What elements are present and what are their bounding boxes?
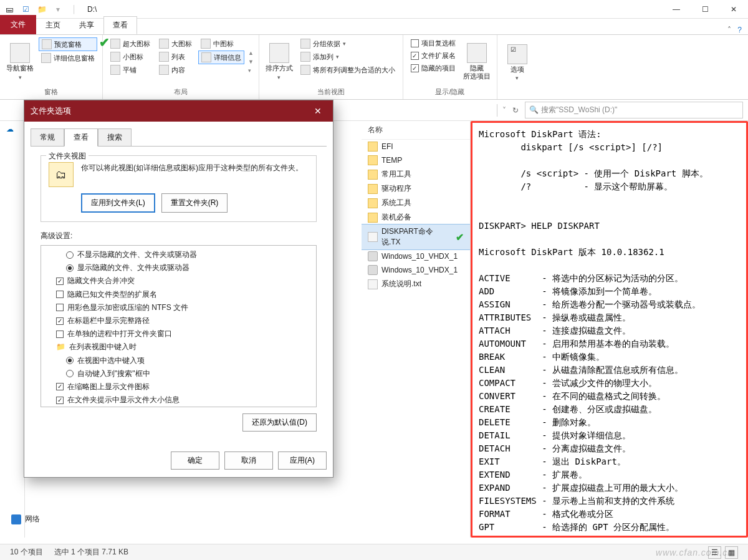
tab-home[interactable]: 主页 (36, 16, 70, 34)
layout-list-button[interactable]: 列表 (156, 51, 194, 63)
file-item[interactable]: 系统工具 (362, 196, 470, 210)
file-item[interactable]: Windows_10_VHDX_1 (362, 263, 470, 277)
file-item[interactable]: 常用工具 (362, 167, 470, 181)
fitcols-button[interactable]: 将所有列调整为合适的大小 (298, 64, 398, 76)
chevron-down-icon: ▾ (515, 75, 519, 81)
cancel-button[interactable]: 取消 (224, 451, 273, 470)
status-bar: 10 个项目 选中 1 个项目 7.71 KB ☰ ▦ (0, 544, 748, 560)
addcol-button[interactable]: 添加列▾ (298, 51, 398, 63)
ok-button[interactable]: 确定 (171, 451, 219, 470)
file-item[interactable]: Windows_10_VHDX_1 (362, 249, 470, 263)
layout-expand-icon[interactable]: ▾ (248, 67, 254, 74)
folder-views-desc: 你可以将此视图(如详细信息或图标)应用于这种类型的所有文件夹。 (81, 162, 309, 173)
tree-node[interactable]: 在预览窗格中显示预览控件✔ (45, 407, 312, 407)
tree-node[interactable]: 在单独的进程中打开文件夹窗口 (45, 327, 312, 340)
apply-to-folders-button[interactable]: 应用到文件夹(L) (81, 193, 155, 213)
advanced-tree[interactable]: 不显示隐藏的文件、文件夹或驱动器显示隐藏的文件、文件夹或驱动器隐藏文件夹合并冲突… (41, 245, 317, 407)
tab-view[interactable]: 查看 (103, 16, 137, 34)
folder-icon (368, 155, 378, 165)
refresh-button[interactable]: ↻ (509, 106, 522, 115)
checkbox-icon (56, 397, 64, 404)
layout-tiles-button[interactable]: 平铺 (108, 64, 153, 76)
layout-l-button[interactable]: 大图标 (156, 37, 194, 50)
layout-m-button[interactable]: 中图标 (198, 37, 244, 50)
dropdown-icon[interactable]: ˅ (502, 106, 506, 115)
onedrive-icon[interactable]: ☁ (6, 125, 19, 137)
tree-node[interactable]: 隐藏已知文件类型的扩展名 (45, 288, 312, 301)
tree-node[interactable]: 隐藏文件夹合并冲突 (45, 274, 312, 287)
status-selection: 选中 1 个项目 7.71 KB (54, 547, 128, 558)
nav-pane-button[interactable]: 导航窗格 ▾ (5, 37, 35, 86)
layout-details-button[interactable]: 详细信息 (198, 51, 244, 64)
checkbox-icon[interactable]: ☑ (20, 4, 31, 15)
scroll-down-icon[interactable]: ▼ (248, 59, 254, 65)
tree-label: 在标题栏中显示完整路径 (67, 315, 150, 327)
ribbon-group-panes: 导航窗格 ▾ 预览窗格 ✔ 详细信息窗格 窗格 (0, 35, 103, 99)
tree-node[interactable]: 显示隐藏的文件、文件夹或驱动器 (45, 261, 312, 274)
groupby-button[interactable]: 分组依据▾ (298, 37, 398, 50)
tree-node[interactable]: 在文件夹提示中显示文件大小信息 (45, 393, 312, 407)
file-item[interactable]: DISKPART命令说.TX✔ (362, 224, 470, 249)
dialog-close-button[interactable]: ✕ (309, 106, 327, 116)
ribbon-group-label: 显示/隐藏 (408, 86, 492, 98)
folder-icon: 📁 (36, 4, 47, 15)
checkbox-icon (56, 331, 64, 338)
nav-pane-label: 导航窗格 (6, 64, 34, 72)
tree-node[interactable]: 不显示隐藏的文件、文件夹或驱动器 (45, 248, 312, 261)
nav-network[interactable]: 网络 (11, 514, 40, 524)
dialog-actions: 确定 取消 应用(A) (24, 447, 333, 477)
tree-node[interactable]: 在标题栏中显示完整路径 (45, 314, 312, 327)
layout-s-button[interactable]: 小图标 (108, 51, 153, 63)
tree-node[interactable]: 在视图中选中键入项 (45, 354, 312, 367)
file-item[interactable]: 装机必备 (362, 210, 470, 224)
column-header-name[interactable]: 名称 (362, 121, 470, 140)
tab-share[interactable]: 共享 (70, 16, 103, 34)
tree-node[interactable]: 在缩略图上显示文件图标 (45, 380, 312, 393)
scroll-up-icon[interactable]: ▲ (248, 50, 254, 56)
layout-content-button[interactable]: 内容 (156, 64, 194, 76)
tab-file[interactable]: 文件 (0, 15, 36, 34)
search-input[interactable]: 🔍搜索"SSD_WoShi (D:)" (525, 102, 743, 118)
advanced-settings: 高级设置: 不显示隐藏的文件、文件夹或驱动器显示隐藏的文件、文件夹或驱动器隐藏文… (41, 231, 317, 432)
watermark: www.cfan.com.cn (656, 548, 733, 558)
preview-pane-button[interactable]: 预览窗格 (39, 37, 97, 51)
file-item[interactable]: 驱动程序 (362, 181, 470, 196)
chevron-down-icon: ▾ (277, 74, 280, 80)
maximize-button[interactable]: ☐ (691, 0, 719, 19)
layout-xl-button[interactable]: 超大图标 (108, 37, 153, 50)
folder-icon (368, 142, 378, 152)
ribbon: 导航窗格 ▾ 预览窗格 ✔ 详细信息窗格 窗格 超大图标 小图标 平铺 大图标 … (0, 35, 748, 100)
reset-folders-button[interactable]: 重置文件夹(R) (161, 193, 228, 213)
nav-tree[interactable]: ☁ (0, 121, 25, 538)
dialog-tab-general[interactable]: 常规 (31, 128, 64, 147)
folder-options-dialog: 文件夹选项 ✕ 常规 查看 搜索 文件夹视图 🗂 你可以将此视图(如详细信息或图… (24, 100, 333, 478)
item-checkboxes-toggle[interactable]: 项目复选框 (408, 37, 458, 49)
close-button[interactable]: ✕ (719, 0, 748, 19)
dialog-titlebar[interactable]: 文件夹选项 ✕ (24, 100, 333, 122)
file-ext-toggle[interactable]: 文件扩展名 (408, 50, 458, 62)
tree-node: 📁在列表视图中键入时 (45, 340, 312, 354)
file-item[interactable]: 系统说明.txt (362, 277, 470, 291)
restore-defaults-button[interactable]: 还原为默认值(D) (242, 413, 317, 432)
ribbon-collapse-icon[interactable]: ˄ (727, 26, 731, 34)
dialog-tabs: 常规 查看 搜索 (24, 122, 333, 146)
file-item[interactable]: EFI (362, 140, 470, 153)
sort-button[interactable]: 排序方式 ▾ (264, 37, 294, 86)
dialog-tab-view[interactable]: 查看 (64, 128, 98, 147)
file-item[interactable]: TEMP (362, 153, 470, 167)
minimize-button[interactable]: — (662, 0, 691, 19)
checkbox-icon (56, 304, 64, 311)
tree-node[interactable]: 自动键入到"搜索"框中 (45, 367, 312, 380)
hidden-items-toggle[interactable]: 隐藏的项目 (408, 62, 458, 74)
folder-views-group: 文件夹视图 🗂 你可以将此视图(如详细信息或图标)应用于这种类型的所有文件夹。 … (41, 155, 317, 222)
tree-node[interactable]: 用彩色显示加密或压缩的 NTFS 文件 (45, 301, 312, 314)
file-list: 名称 EFITEMP常用工具驱动程序系统工具装机必备DISKPART命令说.TX… (362, 121, 471, 538)
hide-selected-button[interactable]: 隐藏 所选项目 (462, 37, 492, 86)
apply-button[interactable]: 应用(A) (278, 451, 327, 470)
help-icon[interactable]: ? (737, 26, 742, 34)
dialog-tab-search[interactable]: 搜索 (98, 128, 132, 147)
options-button[interactable]: ☑ 选项 ▾ (502, 37, 532, 88)
file-name: Windows_10_VHDX_1 (381, 266, 458, 274)
details-pane-button[interactable]: 详细信息窗格 (39, 52, 97, 64)
tree-label: 隐藏已知文件类型的扩展名 (67, 289, 157, 301)
